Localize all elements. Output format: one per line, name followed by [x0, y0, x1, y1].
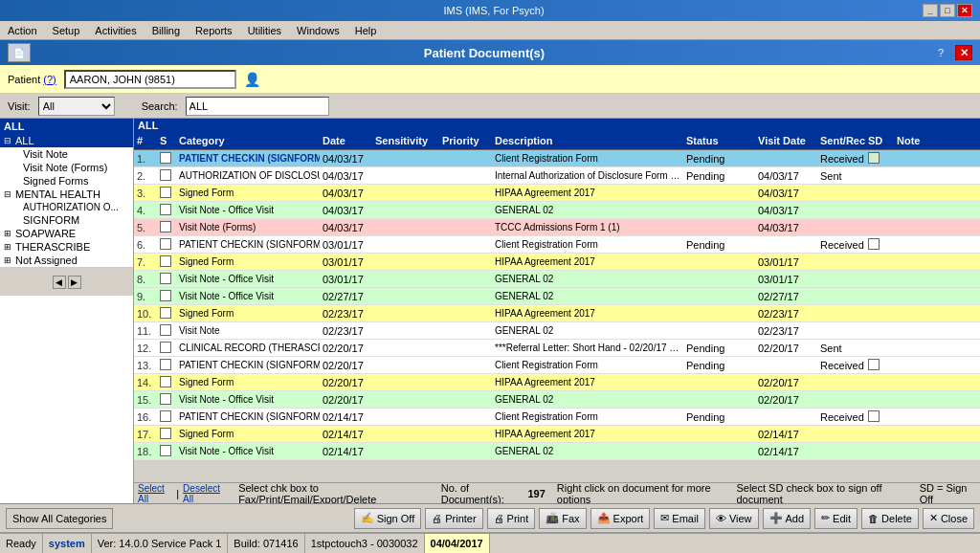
close-button[interactable]: ✕ Close [923, 508, 974, 529]
table-row[interactable]: 15. Visit Note - Office Visit 02/20/17 G… [134, 391, 980, 409]
table-row[interactable]: 4. Visit Note - Office Visit 04/03/17 GE… [134, 202, 980, 219]
table-row[interactable]: 5. Visit Note (Forms) 04/03/17 TCCC Admi… [134, 219, 980, 236]
window-controls[interactable]: _ □ ✕ [923, 4, 972, 17]
cell-checkbox[interactable] [157, 272, 176, 287]
sidebar-item-mental-health[interactable]: ⊟ MENTAL HEALTH [0, 188, 133, 201]
cell-sd[interactable] [865, 409, 894, 425]
table-row[interactable]: 1. PATIENT CHECKIN (SIGNFORM) 04/03/17 C… [134, 150, 980, 167]
cell-sd[interactable] [865, 237, 894, 253]
cell-sd[interactable] [865, 296, 894, 298]
menu-action[interactable]: Action [4, 24, 41, 37]
table-row[interactable]: 18. Visit Note - Office Visit 02/14/17 G… [134, 443, 980, 460]
export-button[interactable]: 📤 Export [590, 508, 651, 529]
show-all-categories-button[interactable]: Show All Categories [6, 508, 113, 529]
cell-sd[interactable] [865, 399, 894, 401]
add-button[interactable]: ➕ Add [763, 508, 812, 529]
cell-sd[interactable] [865, 192, 894, 194]
menu-setup[interactable]: Setup [49, 24, 84, 37]
sidebar-item-all[interactable]: ⊟ ALL [0, 134, 133, 147]
table-row[interactable]: 13. PATIENT CHECKIN (SIGNFORM) 02/20/17 … [134, 357, 980, 374]
cell-checkbox[interactable] [157, 444, 176, 459]
table-row[interactable]: 14. Signed Form 02/20/17 HIPAA Agreement… [134, 374, 980, 391]
cell-checkbox[interactable] [157, 186, 176, 201]
email-button[interactable]: ✉ Email [654, 508, 705, 529]
edit-button[interactable]: ✏ Edit [814, 508, 858, 529]
cell-checkbox[interactable] [157, 220, 176, 235]
cell-sd[interactable] [865, 175, 894, 177]
document-close-button[interactable]: ✕ [955, 45, 972, 60]
cell-checkbox[interactable] [157, 237, 176, 253]
sidebar-item-authorization[interactable]: AUTHORIZATION O... [0, 201, 133, 213]
minimize-button[interactable]: _ [923, 4, 938, 17]
sign-off-button[interactable]: ✍ Sign Off [354, 508, 422, 529]
table-row[interactable]: 3. Signed Form 04/03/17 HIPAA Agreement … [134, 185, 980, 202]
table-row[interactable]: 17. Signed Form 02/14/17 HIPAA Agreement… [134, 426, 980, 443]
table-row[interactable]: 6. PATIENT CHECKIN (SIGNFORM) 03/01/17 C… [134, 236, 980, 254]
cell-sd[interactable] [865, 433, 894, 435]
table-row[interactable]: 9. Visit Note - Office Visit 02/27/17 GE… [134, 288, 980, 305]
sidebar-item-signform[interactable]: SIGNFORM [0, 213, 133, 227]
cell-sd[interactable] [865, 278, 894, 280]
cell-sd[interactable] [865, 347, 894, 349]
app-icon[interactable]: 📄 [8, 43, 31, 62]
table-row[interactable]: 16. PATIENT CHECKIN (SIGNFORM) 02/14/17 … [134, 409, 980, 426]
cell-checkbox[interactable] [157, 392, 176, 408]
cell-sd[interactable] [865, 313, 894, 315]
cell-checkbox[interactable] [157, 409, 176, 425]
sidebar-item-signed-forms[interactable]: Signed Forms [0, 174, 133, 188]
table-row[interactable]: 12. CLINICAL RECORD (THERASCRIBE) 02/20/… [134, 340, 980, 357]
table-row[interactable]: 8. Visit Note - Office Visit 03/01/17 GE… [134, 271, 980, 288]
cell-sd[interactable] [865, 151, 894, 166]
sidebar-item-not-assigned[interactable]: ⊞ Not Assigned [0, 254, 133, 267]
table-row[interactable]: 10. Signed Form 02/23/17 HIPAA Agreement… [134, 305, 980, 322]
cell-checkbox[interactable] [157, 151, 176, 166]
cell-sd[interactable] [865, 227, 894, 229]
close-window-button[interactable]: ✕ [957, 4, 972, 17]
sidebar-item-soapware[interactable]: ⊞ SOAPWARE [0, 227, 133, 240]
menu-reports[interactable]: Reports [191, 24, 236, 37]
menu-billing[interactable]: Billing [148, 24, 184, 37]
table-row[interactable]: 11. Visit Note 02/23/17 GENERAL 02 02/23… [134, 322, 980, 340]
cell-sd[interactable] [865, 451, 894, 453]
patient-input[interactable] [64, 70, 236, 89]
cell-checkbox[interactable] [157, 289, 176, 304]
cell-sd[interactable] [865, 382, 894, 384]
patient-help-link[interactable]: (?) [43, 74, 56, 85]
cell-sd[interactable] [865, 358, 894, 373]
cell-checkbox[interactable] [157, 203, 176, 218]
cell-checkbox[interactable] [157, 306, 176, 321]
table-row[interactable]: 2. AUTHORIZATION OF DISCLOSURE (MENTAL H… [134, 167, 980, 185]
cell-checkbox[interactable] [157, 168, 176, 184]
cell-checkbox[interactable] [157, 358, 176, 373]
delete-button[interactable]: 🗑 Delete [861, 508, 919, 529]
maximize-button[interactable]: □ [940, 4, 955, 17]
menu-help[interactable]: Help [351, 24, 381, 37]
help-button[interactable]: ? [938, 47, 944, 58]
cell-checkbox[interactable] [157, 375, 176, 390]
visit-select[interactable]: All Today This Week This Month [38, 97, 115, 116]
deselect-all-link[interactable]: Deselect All [183, 483, 227, 504]
cell-sd[interactable] [865, 330, 894, 332]
fax-button[interactable]: 📠 Fax [539, 508, 586, 529]
cell-checkbox[interactable] [157, 254, 176, 270]
select-all-link[interactable]: Select All [138, 483, 172, 504]
view-button[interactable]: 👁 View [709, 508, 759, 529]
printer-button[interactable]: 🖨 Printer [425, 508, 482, 529]
menu-utilities[interactable]: Utilities [244, 24, 285, 37]
sidebar-item-visit-note-forms[interactable]: Visit Note (Forms) [0, 161, 133, 174]
cell-sd[interactable] [865, 261, 894, 263]
menu-windows[interactable]: Windows [293, 24, 344, 37]
sidebar-scroll-left[interactable]: ◀ [53, 276, 66, 289]
cell-checkbox[interactable] [157, 341, 176, 356]
cell-sd[interactable] [865, 210, 894, 211]
sidebar-scroll-right[interactable]: ▶ [68, 276, 81, 289]
cell-checkbox[interactable] [157, 323, 176, 339]
sidebar-item-visit-note[interactable]: Visit Note [0, 147, 133, 161]
menu-activities[interactable]: Activities [91, 24, 140, 37]
table-row[interactable]: 7. Signed Form 03/01/17 HIPAA Agreement … [134, 254, 980, 271]
patient-icon[interactable]: 👤 [244, 72, 260, 87]
search-input[interactable] [186, 97, 329, 116]
print-button[interactable]: 🖨 Print [487, 508, 536, 529]
sidebar-item-therascribe[interactable]: ⊞ THERASCRIBE [0, 240, 133, 254]
cell-checkbox[interactable] [157, 427, 176, 442]
